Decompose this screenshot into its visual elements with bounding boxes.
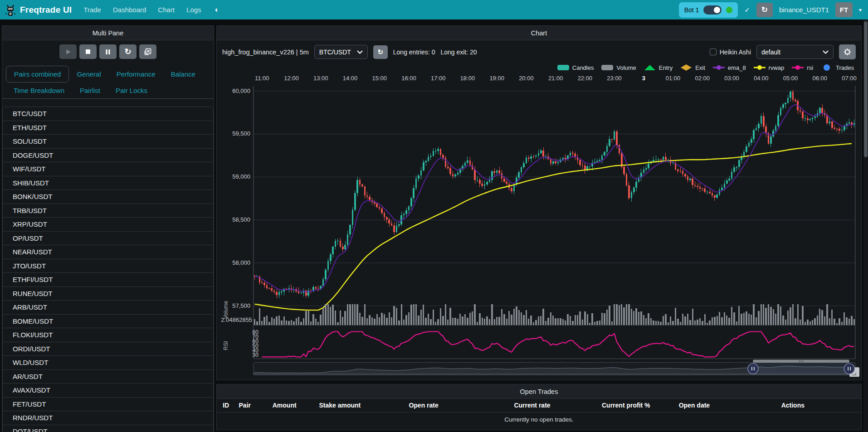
chart-panel: Chart high_frog_binance_v226 | 5m BTC/US… — [216, 25, 862, 380]
nav-item-chart[interactable]: Chart — [158, 6, 175, 14]
svg-text:06:00: 06:00 — [813, 75, 827, 82]
pair-item-btc[interactable]: BTC/USDT — [2, 107, 214, 121]
long-entries-label: Long entries: 0 — [393, 49, 435, 56]
legend-rsi[interactable]: rsi — [792, 64, 813, 71]
pair-item-rune[interactable]: RUNE/USDT — [2, 286, 214, 301]
svg-text:04:00: 04:00 — [754, 75, 768, 82]
gear-icon — [844, 48, 851, 56]
plot-settings-button[interactable] — [839, 44, 856, 59]
svg-text:01:00: 01:00 — [666, 75, 680, 82]
pair-list: BTC/USDTETH/USDTSOL/USDTDOGE/USDTWIF/USD… — [2, 107, 214, 432]
chart-refresh-button[interactable]: ↻ — [373, 45, 388, 59]
open-trades-panel: Open Trades IDPairAmountStake amountOpen… — [216, 384, 862, 430]
pair-item-bonk[interactable]: BONK/USDT — [2, 189, 214, 204]
pair-item-dot[interactable]: DOT/USDT — [2, 425, 214, 432]
pair-item-trb[interactable]: TRB/USDT — [2, 204, 214, 218]
tab-pair-locks[interactable]: Pair Locks — [108, 83, 155, 98]
datazoom-handle[interactable] — [748, 364, 758, 374]
pair-item-avax[interactable]: AVAX/USDT — [2, 383, 214, 397]
pair-item-eth[interactable]: ETH/USDT — [2, 121, 214, 135]
chart-legend: CandlesVolumeEntryExitema_8rvwaprsiTrade… — [217, 60, 861, 72]
pair-item-bome[interactable]: BOME/USDT — [2, 314, 214, 328]
tab-general[interactable]: General — [69, 66, 108, 82]
freqtrade-robot-icon — [5, 3, 16, 17]
nav-item-trade[interactable]: Trade — [83, 6, 101, 14]
legend-volume[interactable]: Volume — [601, 64, 636, 71]
tab-balance[interactable]: Balance — [163, 66, 203, 82]
pair-select[interactable]: BTC/USDT — [314, 45, 368, 59]
legend-ema_8[interactable]: ema_8 — [713, 64, 746, 71]
global-refresh-button[interactable]: ↻ — [756, 3, 773, 17]
pair-item-fet[interactable]: FET/USDT — [2, 397, 214, 411]
svg-text:3: 3 — [642, 75, 645, 82]
open-trades-header-row: IDPairAmountStake amountOpen rateCurrent… — [217, 399, 861, 413]
nav-item-dashboard[interactable]: Dashboard — [113, 6, 146, 14]
toggle-knob — [714, 7, 720, 13]
top-navbar: Freqtrade UI TradeDashboardChartLogs ◐ B… — [0, 0, 868, 19]
legend-entry[interactable]: Entry — [644, 64, 673, 71]
app-title[interactable]: Freqtrade UI — [20, 5, 72, 15]
plot-config-select[interactable]: default — [756, 45, 834, 59]
pair-item-wld[interactable]: WLD/USDT — [2, 355, 214, 369]
tab-pairs-combined[interactable]: Pairs combined — [6, 66, 69, 83]
legend-exit[interactable]: Exit — [680, 64, 705, 71]
candlestick-chart[interactable]: 60,00059,50059,00058,50058,00057,50011:0… — [217, 72, 861, 380]
chevron-down-icon[interactable]: ▾ — [859, 7, 862, 13]
sidebar-tabs: Pairs combinedGeneralPerformanceBalanceT… — [2, 63, 214, 99]
svg-text:19:00: 19:00 — [489, 75, 504, 82]
pair-item-shib[interactable]: SHIB/USDT — [2, 176, 214, 190]
datazoom-handle[interactable] — [844, 364, 854, 374]
clear-log-button[interactable] — [139, 44, 156, 59]
nav-item-logs[interactable]: Logs — [186, 6, 201, 14]
theme-toggle-icon[interactable]: ◐ — [215, 5, 219, 15]
no-open-trades-message: Currently no open trades. — [217, 413, 861, 423]
ema_8-marker-icon — [713, 64, 725, 71]
tab-time-breakdown[interactable]: Time Breakdown — [6, 83, 72, 98]
heikin-ashi-checkbox[interactable] — [710, 49, 717, 55]
pair-item-rndr[interactable]: RNDR/USDT — [2, 411, 214, 425]
avatar-initials: FT — [840, 6, 848, 14]
rsi-marker-icon — [792, 64, 804, 71]
pair-item-floki[interactable]: FLOKI/USDT — [2, 328, 214, 342]
legend-label: Volume — [616, 64, 636, 71]
svg-text:07:00: 07:00 — [842, 75, 856, 82]
legend-candles[interactable]: Candles — [557, 64, 594, 71]
pause-bot-button[interactable] — [99, 44, 117, 59]
legend-label: Trades — [836, 64, 854, 71]
pair-item-xrp[interactable]: XRP/USDT — [2, 217, 214, 231]
user-avatar[interactable]: FT — [835, 2, 853, 17]
scrollbar-thumb[interactable] — [864, 21, 868, 157]
pair-item-wif[interactable]: WIF/USDT — [2, 162, 214, 176]
pair-item-sol[interactable]: SOL/USDT — [2, 134, 214, 148]
tab-performance[interactable]: Performance — [109, 66, 163, 82]
svg-text:15:00: 15:00 — [372, 75, 386, 82]
legend-rvwap[interactable]: rvwap — [754, 64, 785, 71]
pair-item-doge[interactable]: DOGE/USDT — [2, 148, 214, 162]
pair-item-op[interactable]: OP/USDT — [2, 231, 214, 245]
legend-trades[interactable]: Trades — [821, 64, 854, 71]
svg-text:RSI: RSI — [223, 341, 229, 350]
pair-item-ethfi[interactable]: ETHFI/USDT — [2, 272, 214, 286]
stop-bot-button[interactable] — [79, 44, 97, 59]
play-icon — [65, 49, 71, 55]
svg-text:13:00: 13:00 — [313, 75, 328, 82]
pair-item-near[interactable]: NEAR/USDT — [2, 245, 214, 259]
pause-icon — [105, 49, 111, 55]
plot-config-value: default — [761, 49, 780, 56]
column-header-open-rate: Open rate — [371, 402, 477, 409]
svg-text:58,500: 58,500 — [232, 216, 250, 223]
bot-control-buttons: ↻ — [2, 40, 214, 63]
start-bot-button[interactable] — [59, 44, 77, 59]
pair-item-arb[interactable]: ARB/USDT — [2, 300, 214, 314]
reload-config-button[interactable]: ↻ — [119, 44, 137, 59]
pair-item-ar[interactable]: AR/USDT — [2, 369, 214, 383]
autorefresh-check-icon[interactable]: ✓ — [744, 6, 750, 14]
long-exits-label: Long exit: 20 — [440, 49, 477, 56]
window-scrollbar[interactable] — [863, 19, 868, 432]
svg-text:30: 30 — [252, 352, 258, 358]
bot-toggle[interactable] — [703, 5, 722, 15]
bot-selector[interactable]: Bot 1 — [679, 2, 738, 18]
pair-item-jto[interactable]: JTO/USDT — [2, 259, 214, 273]
pair-item-ordi[interactable]: ORDI/USDT — [2, 342, 214, 356]
tab-pairlist[interactable]: Pairlist — [72, 83, 108, 98]
